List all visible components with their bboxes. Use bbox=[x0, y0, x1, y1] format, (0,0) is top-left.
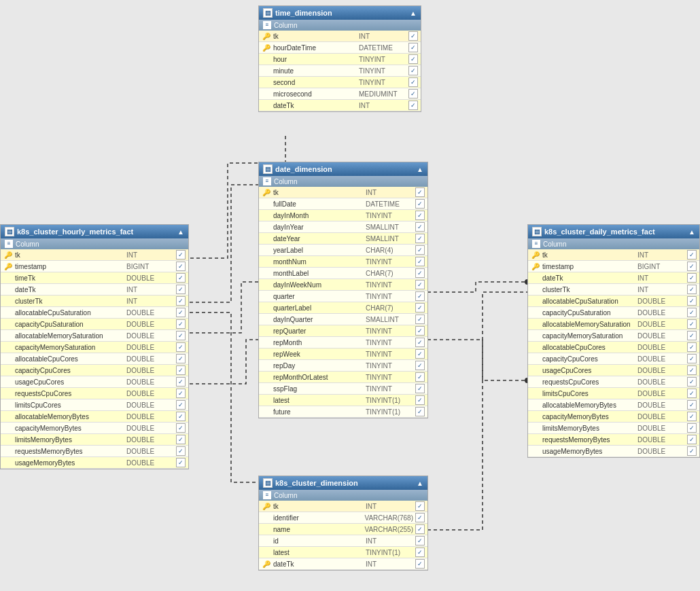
table-row: id INT ✓ bbox=[259, 535, 427, 547]
hourly-requests-conn bbox=[183, 340, 258, 384]
table-row: repMonth TINYINT ✓ bbox=[259, 337, 427, 348]
table-row: sspFlag TINYINT ✓ bbox=[259, 383, 427, 395]
table-row: identifier VARCHAR(768) ✓ bbox=[259, 512, 427, 524]
table-daily-metrics: ▤ k8s_cluster_daily_metrics_fact ▲ ≡ Col… bbox=[527, 224, 700, 458]
fk-icon: 🔑 bbox=[531, 262, 540, 271]
table-row: allocatableCpuCores DOUBLE ✓ bbox=[528, 342, 699, 353]
table-row: monthLabel CHAR(7) ✓ bbox=[259, 268, 427, 279]
collapse-arrow[interactable]: ▲ bbox=[177, 228, 184, 236]
table-cluster-dimension-header[interactable]: ▤ k8s_cluster_dimension ▲ bbox=[259, 476, 427, 490]
table-row: clusterTk INT ✓ bbox=[1, 296, 188, 307]
table-row: second TINYINT ✓ bbox=[259, 77, 421, 88]
table-row: 🔑 hourDateTime DATETIME ✓ bbox=[259, 42, 421, 54]
hourly-to-date-sat-conn bbox=[183, 282, 258, 333]
column-icon: ≡ bbox=[5, 240, 13, 248]
table-row: yearLabel CHAR(4) ✓ bbox=[259, 245, 427, 256]
table-time-dimension-header[interactable]: ▤ time_dimension ▲ bbox=[259, 6, 421, 20]
table-row: usageMemoryBytes DOUBLE ✓ bbox=[1, 457, 188, 469]
table-icon: ▤ bbox=[263, 8, 273, 18]
column-subheader: ≡ Column bbox=[528, 238, 699, 249]
hourly-to-date-conn bbox=[183, 185, 258, 302]
pk-icon: 🔑 bbox=[531, 250, 540, 259]
table-row: allocatableMemoryBytes DOUBLE ✓ bbox=[1, 411, 188, 423]
table-row: 🔑 tk INT ✓ bbox=[528, 249, 699, 261]
column-icon: ≡ bbox=[263, 491, 271, 499]
table-row: requestsCpuCores DOUBLE ✓ bbox=[528, 376, 699, 388]
table-row: hour TINYINT ✓ bbox=[259, 54, 421, 65]
pk-icon: 🔑 bbox=[262, 31, 271, 41]
table-row: quarter TINYINT ✓ bbox=[259, 291, 427, 302]
table-row: capacityCpuSaturation DOUBLE ✓ bbox=[528, 307, 699, 319]
table-row: dayInWeekNum TINYINT ✓ bbox=[259, 279, 427, 291]
database-diagram: ▤ time_dimension ▲ ≡ Column 🔑 tk INT ✓ 🔑… bbox=[0, 0, 700, 591]
table-row: dateTk INT ✓ bbox=[1, 284, 188, 296]
spacer-icon bbox=[262, 66, 271, 75]
table-row: dateYear SMALLINT ✓ bbox=[259, 233, 427, 245]
table-row: usageCpuCores DOUBLE ✓ bbox=[528, 365, 699, 376]
table-icon: ▤ bbox=[263, 478, 273, 488]
table-row: 🔑 tk INT ✓ bbox=[259, 501, 427, 512]
table-title: time_dimension bbox=[275, 9, 410, 17]
table-daily-metrics-header[interactable]: ▤ k8s_cluster_daily_metrics_fact ▲ bbox=[528, 225, 699, 238]
table-row: requestsCpuCores DOUBLE ✓ bbox=[1, 388, 188, 399]
table-hourly-metrics: ▤ k8s_cluster_hourly_metrics_fact ▲ ≡ Co… bbox=[0, 224, 189, 469]
table-row: allocatableMemorySaturation DOUBLE ✓ bbox=[1, 330, 188, 342]
table-icon: ▤ bbox=[532, 227, 542, 236]
table-row: latest TINYINT(1) ✓ bbox=[259, 547, 427, 558]
table-row: 🔑 timestamp BIGINT ✓ bbox=[1, 261, 188, 272]
spacer-icon bbox=[262, 54, 271, 64]
table-row: future TINYINT(1) ✓ bbox=[259, 406, 427, 418]
table-row: dayInYear SMALLINT ✓ bbox=[259, 221, 427, 233]
table-row: requestsMemoryBytes DOUBLE ✓ bbox=[1, 446, 188, 457]
column-icon: ≡ bbox=[532, 240, 540, 248]
collapse-arrow[interactable]: ▲ bbox=[410, 10, 417, 17]
fk-icon: 🔑 bbox=[3, 262, 13, 271]
table-icon: ▤ bbox=[5, 227, 14, 236]
table-row: allocatableMemoryBytes DOUBLE ✓ bbox=[528, 399, 699, 411]
table-title: k8s_cluster_dimension bbox=[275, 479, 417, 487]
table-row: allocatableCpuSaturation DOUBLE ✓ bbox=[528, 296, 699, 307]
table-row: allocatableCpuSaturation DOUBLE ✓ bbox=[1, 307, 188, 319]
collapse-arrow[interactable]: ▲ bbox=[417, 480, 423, 487]
pk-icon: 🔑 bbox=[3, 250, 13, 259]
table-row: 🔑 timestamp BIGINT ✓ bbox=[528, 261, 699, 272]
table-row: capacityMemoryBytes DOUBLE ✓ bbox=[1, 423, 188, 434]
table-row: name VARCHAR(255) ✓ bbox=[259, 524, 427, 535]
date-to-daily-conn bbox=[421, 282, 527, 292]
table-row: repWeek TINYINT ✓ bbox=[259, 348, 427, 360]
spacer-icon bbox=[262, 89, 271, 98]
table-hourly-metrics-header[interactable]: ▤ k8s_cluster_hourly_metrics_fact ▲ bbox=[1, 225, 188, 238]
table-date-dimension: ▤ date_dimension ▲ ≡ Column 🔑 tk INT ✓ f… bbox=[258, 162, 428, 418]
column-subheader: ≡ Column bbox=[259, 176, 427, 187]
table-row: capacityMemoryBytes DOUBLE ✓ bbox=[528, 411, 699, 423]
table-row: clusterTk INT ✓ bbox=[528, 284, 699, 296]
table-row: fullDate DATETIME ✓ bbox=[259, 198, 427, 210]
pk-icon: 🔑 bbox=[262, 501, 271, 511]
table-row: limitsCpuCores DOUBLE ✓ bbox=[1, 399, 188, 411]
table-row: dayInMonth TINYINT ✓ bbox=[259, 210, 427, 221]
table-row: capacityCpuCores DOUBLE ✓ bbox=[528, 353, 699, 365]
column-icon: ≡ bbox=[263, 21, 271, 29]
table-row: limitsMemoryBytes DOUBLE ✓ bbox=[1, 434, 188, 446]
table-row: minute TINYINT ✓ bbox=[259, 65, 421, 77]
table-cluster-dimension: ▤ k8s_cluster_dimension ▲ ≡ Column 🔑 tk … bbox=[258, 476, 428, 571]
pk-icon: 🔑 bbox=[262, 187, 271, 197]
table-row: repMonthOrLatest TINYINT ✓ bbox=[259, 372, 427, 383]
table-title: k8s_cluster_daily_metrics_fact bbox=[544, 228, 688, 236]
collapse-arrow[interactable]: ▲ bbox=[688, 228, 695, 236]
table-row: quarterLabel CHAR(7) ✓ bbox=[259, 302, 427, 314]
table-row: allocatableMemorySaturation DOUBLE ✓ bbox=[528, 319, 699, 330]
table-row: 🔑 tk INT ✓ bbox=[259, 187, 427, 198]
collapse-arrow[interactable]: ▲ bbox=[417, 166, 423, 173]
column-subheader: ≡ Column bbox=[259, 20, 421, 31]
column-subheader: ≡ Column bbox=[259, 490, 427, 501]
table-row: limitsCpuCores DOUBLE ✓ bbox=[528, 388, 699, 399]
table-row: dayInQuarter SMALLINT ✓ bbox=[259, 314, 427, 325]
cluster-to-daily-conn bbox=[421, 292, 527, 530]
table-row: latest TINYINT(1) ✓ bbox=[259, 395, 427, 406]
table-date-dimension-header[interactable]: ▤ date_dimension ▲ bbox=[259, 162, 427, 176]
table-time-dimension: ▤ time_dimension ▲ ≡ Column 🔑 tk INT ✓ 🔑… bbox=[258, 5, 421, 112]
spacer-icon bbox=[262, 77, 271, 87]
table-icon: ▤ bbox=[263, 164, 273, 174]
table-row: monthNum TINYINT ✓ bbox=[259, 256, 427, 268]
